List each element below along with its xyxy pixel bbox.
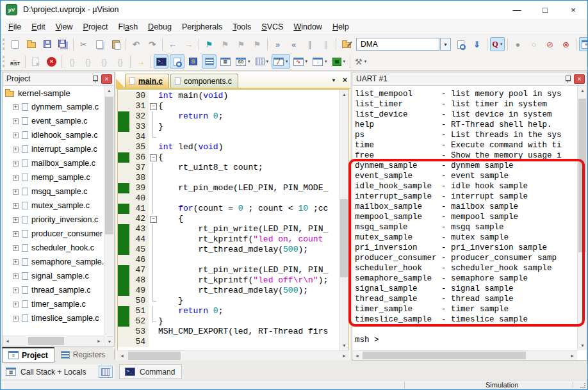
scroll-left-icon[interactable]: ◄ (352, 351, 362, 361)
watch-window-icon[interactable]: 60▾ (234, 54, 252, 69)
tree-item[interactable]: +dynmem_sample.c (3, 100, 104, 114)
expand-icon[interactable]: + (13, 175, 19, 181)
dma-combo[interactable]: DMA (356, 38, 439, 51)
cut-icon[interactable]: ✂ (76, 37, 91, 51)
uart-hscrollbar[interactable]: ◄ ► (352, 350, 577, 360)
tree-item[interactable]: +semaphore_sample. (3, 255, 104, 269)
menu-view[interactable]: View (51, 20, 78, 34)
open-folder-icon[interactable] (24, 37, 38, 51)
menu-help[interactable]: Help (327, 20, 354, 34)
uart-vscrollbar[interactable]: ▲ ▼ (577, 86, 587, 350)
scroll-thumb[interactable] (105, 97, 113, 234)
save-all-icon[interactable] (56, 37, 70, 51)
trace-window-icon[interactable]: ↓▾ (311, 54, 329, 69)
tree-item[interactable]: +timeslice_sample.c (3, 311, 104, 325)
find-next-icon[interactable] (453, 37, 468, 51)
expand-icon[interactable]: + (13, 217, 19, 223)
editor-tab-components-c[interactable]: components.c (170, 74, 238, 88)
step-out-icon[interactable]: {} (97, 54, 111, 69)
editor-tab-main-c[interactable]: main.c (125, 74, 169, 88)
tree-item[interactable]: +priority_inversion.c (3, 213, 104, 227)
pin-icon[interactable] (565, 75, 571, 83)
tree-item[interactable]: +memp_sample.c (3, 170, 104, 184)
uart-close-icon[interactable]: × (574, 74, 585, 84)
memory-button[interactable] (99, 366, 113, 378)
menu-project[interactable]: Project (78, 20, 113, 34)
bookmark-toggle-icon[interactable]: ⚑ (202, 37, 216, 51)
editor-vscrollbar[interactable]: ▲ ▼ (339, 90, 348, 350)
menu-tools[interactable]: Tools (227, 20, 256, 34)
paste-icon[interactable] (108, 37, 123, 51)
reset-button[interactable]: ←RST (8, 54, 22, 69)
scroll-up-icon[interactable]: ▲ (578, 86, 587, 95)
copy-icon[interactable] (92, 37, 107, 51)
menu-svcs[interactable]: SVCS (256, 20, 288, 34)
fold-icon[interactable] (149, 214, 157, 224)
scroll-thumb[interactable] (340, 199, 348, 277)
expand-icon[interactable]: + (13, 133, 19, 138)
pin-icon[interactable] (92, 75, 99, 83)
callstack-bar[interactable]: ≣ Call Stack + Locals (2, 364, 115, 379)
tree-item[interactable]: +interrupt_sample.c (3, 142, 104, 156)
expand-icon[interactable]: + (13, 316, 19, 321)
expand-icon[interactable]: + (13, 147, 19, 152)
project-tree-hscrollbar[interactable]: ◄ ► (3, 336, 104, 346)
disable-all-breakpoints-icon[interactable]: ⊘ (543, 37, 557, 51)
menu-file[interactable]: File (3, 20, 26, 34)
quick-search-icon[interactable]: Q▾ (490, 37, 505, 51)
memory-window-icon[interactable]: ▾ (254, 54, 271, 69)
new-file-icon[interactable] (8, 37, 22, 51)
navigate-back-icon[interactable]: ← (165, 37, 180, 51)
download-icon[interactable]: ⇓ (470, 37, 484, 51)
tree-item[interactable]: +signal_sample.c (3, 269, 104, 283)
project-window-toggle-icon[interactable]: ≡ (579, 37, 588, 51)
disassembly-window-icon[interactable] (170, 54, 184, 69)
project-close-icon[interactable]: × (101, 74, 112, 84)
tab-command[interactable]: >_ Command (119, 364, 182, 379)
insert-breakpoint-icon[interactable]: ● (510, 37, 525, 51)
expand-icon[interactable]: + (13, 231, 19, 237)
comment-icon[interactable]: ∥ (302, 37, 317, 51)
expand-icon[interactable]: + (13, 104, 19, 110)
uart-terminal[interactable]: list_mempool- list memory pool in syslis… (352, 86, 577, 350)
expand-icon[interactable]: + (13, 203, 19, 209)
maximize-button[interactable]: □ (531, 1, 559, 19)
kill-all-breakpoints-icon[interactable]: ⊗ (559, 37, 573, 51)
run-to-line-icon[interactable]: {} (113, 54, 127, 69)
stop-icon[interactable]: × (44, 54, 59, 69)
show-next-statement-icon[interactable]: → (133, 54, 148, 69)
serial-window-icon[interactable]: ╱▾ (272, 54, 290, 69)
scroll-thumb[interactable] (578, 99, 586, 252)
find-in-files-icon[interactable] (339, 37, 354, 51)
undo-icon[interactable]: ↶ (129, 37, 143, 51)
run-icon[interactable] (28, 54, 43, 69)
expand-icon[interactable]: + (13, 302, 19, 307)
redo-icon[interactable]: ↷ (145, 37, 159, 51)
expand-icon[interactable]: + (13, 273, 19, 279)
indent-icon[interactable]: » (270, 37, 285, 51)
tree-item[interactable]: +idlehook_sample.c (3, 128, 104, 142)
tree-item[interactable]: +thread_sample.c (3, 283, 104, 297)
tree-item[interactable]: +producer_consumer (3, 227, 104, 241)
scroll-right-icon[interactable]: ► (339, 351, 349, 361)
minimize-button[interactable]: — (503, 1, 531, 19)
fold-icon[interactable] (149, 152, 157, 163)
fold-icon[interactable] (149, 101, 157, 111)
bookmark-clear-icon[interactable]: ⚑ (250, 37, 265, 51)
analysis-window-icon[interactable]: ∿▾ (291, 54, 310, 69)
symbol-window-icon[interactable]: S (186, 54, 200, 69)
tree-item[interactable]: +scheduler_hook.c (3, 241, 104, 255)
editor-close-icon[interactable]: × (343, 76, 347, 85)
uncomment-icon[interactable]: ∥ (318, 37, 333, 51)
step-over-icon[interactable]: {} (81, 54, 95, 69)
scroll-left-icon[interactable]: ◄ (117, 351, 127, 361)
expand-icon[interactable]: + (13, 189, 19, 195)
command-window-icon[interactable]: >_ (154, 54, 168, 69)
expand-icon[interactable]: + (13, 259, 19, 265)
project-tree[interactable]: kernel-sample+dynmem_sample.c+event_samp… (3, 86, 104, 336)
menu-edit[interactable]: Edit (26, 20, 51, 34)
step-into-icon[interactable]: {} (65, 54, 79, 69)
enable-breakpoint-icon[interactable]: ○ (527, 37, 541, 51)
registers-window-icon[interactable] (202, 54, 216, 69)
project-tree-vscrollbar[interactable]: ▲ (104, 86, 114, 336)
